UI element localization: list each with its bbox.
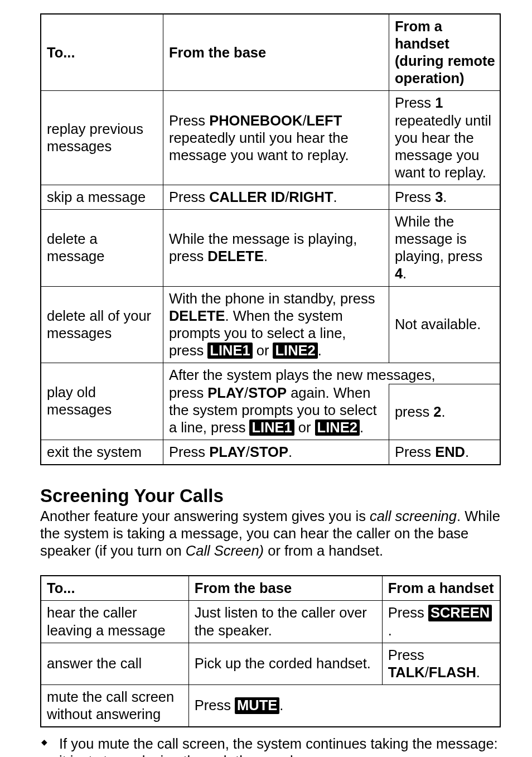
- text: Press: [388, 647, 424, 663]
- key-label: 4: [395, 266, 403, 281]
- cell-to: mute the call screen without answering: [41, 684, 188, 727]
- text: .: [288, 444, 292, 460]
- cell-base: With the phone in standby, press DELETE.…: [163, 286, 389, 363]
- table-row: replay previous messages Press PHONEBOOK…: [41, 91, 500, 185]
- cell-handset: Press TALK/FLASH.: [382, 643, 500, 684]
- bullet-list: If you mute the call screen, the system …: [40, 735, 501, 757]
- key-label: TALK: [388, 664, 425, 680]
- text: Press: [195, 697, 235, 713]
- cell-base: Pick up the corded handset.: [188, 643, 382, 684]
- italic-term: Call Screen): [186, 543, 264, 558]
- key-label: STOP: [248, 385, 287, 401]
- text: While the message is playing, press: [395, 214, 482, 264]
- cell-to: skip a message: [41, 185, 163, 209]
- button-label: LINE1: [249, 420, 294, 436]
- cell-handset: Press SCREEN.: [382, 601, 500, 643]
- button-label: MUTE: [235, 697, 279, 713]
- key-label: 2: [433, 404, 441, 420]
- text: repeatedly until you hear the message yo…: [395, 113, 491, 180]
- cell-handset: Press 1 repeatedly until you hear the me…: [389, 91, 500, 185]
- cell-base: Press CALLER ID/RIGHT.: [163, 185, 389, 209]
- table-row: delete a message While the message is pl…: [41, 210, 500, 286]
- th-to: To...: [41, 576, 188, 601]
- text: Another feature your answering system gi…: [40, 508, 370, 524]
- text: .: [333, 189, 337, 205]
- cell-base: While the message is playing, press DELE…: [163, 210, 389, 286]
- text: .: [476, 664, 480, 680]
- table-row: answer the call Pick up the corded hands…: [41, 643, 500, 684]
- key-label: PHONEBOOK: [209, 113, 302, 128]
- cell-to: exit the system: [41, 440, 163, 465]
- cell-base: Just listen to the caller over the speak…: [188, 601, 382, 643]
- table-row: exit the system Press PLAY/STOP. Press E…: [41, 440, 500, 465]
- text: Press: [395, 189, 435, 205]
- cell-base-span: After the system plays the new messages,: [163, 363, 500, 384]
- cell-base: Press MUTE.: [188, 684, 500, 727]
- text: Press: [169, 189, 209, 205]
- text: repeatedly until you hear the message yo…: [169, 130, 349, 163]
- cell-base: press PLAY/STOP again. When the system p…: [163, 384, 389, 440]
- text: Press: [169, 113, 209, 128]
- cell-to: delete all of your messages: [41, 286, 163, 363]
- section-paragraph: Another feature your answering system gi…: [40, 508, 501, 560]
- cell-to: answer the call: [41, 643, 188, 684]
- text: .: [465, 444, 469, 460]
- cell-base: Press PHONEBOOK/LEFT repeatedly until yo…: [163, 91, 389, 185]
- key-label: FLASH: [429, 664, 476, 680]
- italic-term: call screening: [370, 508, 457, 524]
- text: or from a handset.: [264, 543, 383, 558]
- page: To... From the base From a handset (duri…: [0, 0, 532, 757]
- text: After the system plays the new messages,: [169, 367, 436, 383]
- text: or: [253, 343, 273, 358]
- text: .: [279, 697, 283, 713]
- table-row: hear the caller leaving a message Just l…: [41, 601, 500, 643]
- text: .: [318, 343, 322, 358]
- table-row: mute the call screen without answering P…: [41, 684, 500, 727]
- cell-handset: Press 3.: [389, 185, 500, 209]
- th-from-base: From the base: [188, 576, 382, 601]
- cell-to: play old messages: [41, 363, 163, 440]
- section-heading: Screening Your Calls: [40, 485, 501, 507]
- key-label: 1: [435, 95, 443, 110]
- operations-table-2: To... From the base From a handset hear …: [40, 575, 501, 727]
- text: or: [294, 420, 315, 435]
- th-from-handset: From a handset: [382, 576, 500, 601]
- text: .: [443, 189, 447, 205]
- text: press: [395, 404, 433, 420]
- key-label: RIGHT: [289, 189, 333, 205]
- table-header-row: To... From the base From a handset (duri…: [41, 14, 500, 91]
- text: Press: [395, 95, 435, 110]
- text: Press: [388, 605, 428, 620]
- key-label: CALLER ID: [209, 189, 285, 205]
- text: /: [425, 664, 429, 680]
- key-label: DELETE: [169, 308, 225, 324]
- cell-to: hear the caller leaving a message: [41, 601, 188, 643]
- text: press: [169, 385, 207, 401]
- table-row: delete all of your messages With the pho…: [41, 286, 500, 363]
- text: .: [264, 248, 268, 264]
- table-header-row: To... From the base From a handset: [41, 576, 500, 601]
- text: .: [442, 404, 446, 420]
- key-label: 3: [435, 189, 443, 205]
- text: .: [388, 623, 392, 638]
- table-row: skip a message Press CALLER ID/RIGHT. Pr…: [41, 185, 500, 209]
- text: .: [403, 266, 407, 281]
- text: /: [246, 444, 250, 460]
- text: Press: [169, 444, 209, 460]
- cell-handset: Not available.: [389, 286, 500, 363]
- text: .: [360, 420, 364, 435]
- th-from-handset: From a handset (during remote operation): [389, 14, 500, 91]
- key-label: END: [435, 444, 465, 460]
- key-label: STOP: [250, 444, 288, 460]
- key-label: LEFT: [306, 113, 342, 128]
- cell-to: delete a message: [41, 210, 163, 286]
- button-label: LINE1: [207, 343, 252, 359]
- cell-to: replay previous messages: [41, 91, 163, 185]
- key-label: PLAY: [207, 385, 244, 401]
- cell-handset: press 2.: [389, 384, 500, 440]
- button-label: SCREEN: [428, 605, 492, 621]
- button-label: LINE2: [273, 343, 317, 359]
- button-label: LINE2: [315, 420, 360, 436]
- text: Press: [395, 444, 435, 460]
- cell-handset: Press END.: [389, 440, 500, 465]
